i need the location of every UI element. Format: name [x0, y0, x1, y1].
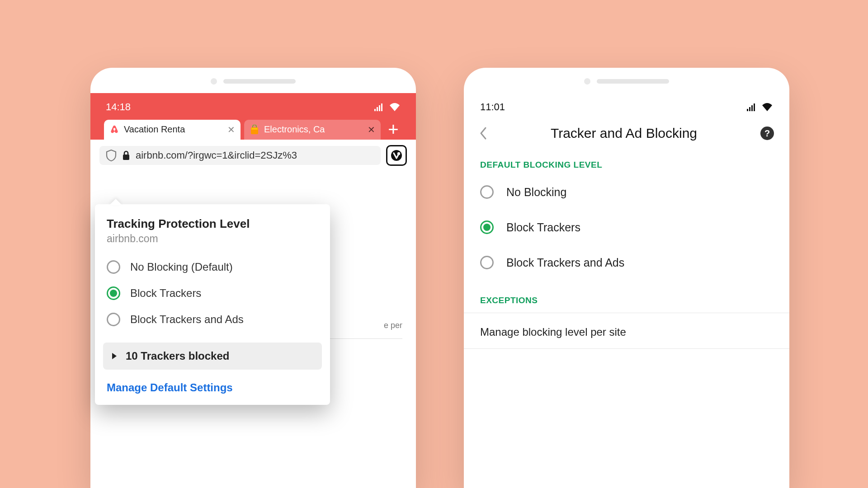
new-tab-button[interactable]: +: [384, 119, 402, 140]
radio-option-block-trackers[interactable]: Block Trackers: [95, 280, 330, 306]
svg-rect-3: [381, 103, 382, 111]
radio-icon: [480, 256, 494, 269]
signal-icon: [374, 103, 384, 111]
phone-right-mock: 11:01 Tracker and Ad Blocking ? DEFAULT …: [464, 68, 789, 488]
tab-title: Vacation Renta: [124, 124, 223, 135]
radio-icon: [107, 260, 120, 274]
radio-icon: [107, 313, 120, 326]
radio-option-no-blocking[interactable]: No Blocking (Default): [95, 254, 330, 280]
popup-title: Tracking Protection Level: [95, 217, 330, 233]
close-icon[interactable]: ✕: [368, 124, 375, 135]
tab-active[interactable]: Vacation Renta ✕: [104, 120, 241, 140]
shield-icon[interactable]: [106, 150, 117, 161]
trackers-blocked-row[interactable]: 10 Trackers blocked: [103, 343, 322, 370]
status-time: 11:01: [480, 101, 505, 113]
camera-dot: [211, 78, 217, 84]
radio-label: Block Trackers: [506, 221, 580, 234]
radio-icon: [107, 286, 120, 300]
tab-strip: Vacation Renta ✕ Electronics, Ca ✕ +: [104, 119, 402, 140]
radio-label: Block Trackers and Ads: [506, 256, 624, 269]
phone-top-hardware: [90, 76, 416, 87]
vivaldi-icon: [390, 149, 403, 162]
camera-dot: [584, 78, 590, 84]
tracking-protection-popup: Tracking Protection Level airbnb.com No …: [95, 204, 330, 405]
manage-default-settings-link[interactable]: Manage Default Settings: [95, 370, 330, 394]
manage-per-site-label: Manage blocking level per site: [480, 326, 626, 338]
wifi-icon: [389, 103, 401, 112]
wifi-icon: [761, 103, 773, 112]
status-icons: [747, 103, 773, 112]
status-bar: 11:01: [464, 93, 789, 119]
trackers-blocked-text: 10 Trackers blocked: [126, 350, 229, 362]
radio-option-block-trackers-ads[interactable]: Block Trackers and Ads: [464, 245, 789, 280]
radio-option-no-blocking[interactable]: No Blocking: [464, 174, 789, 210]
shopping-icon: [250, 125, 259, 135]
back-button[interactable]: [479, 127, 487, 140]
vivaldi-menu-button[interactable]: [386, 145, 407, 166]
manage-per-site-row[interactable]: Manage blocking level per site: [464, 316, 789, 349]
svg-rect-9: [747, 109, 748, 111]
section-label-default: DEFAULT BLOCKING LEVEL: [464, 154, 789, 174]
svg-rect-12: [754, 103, 755, 111]
svg-point-8: [397, 152, 400, 155]
page-title: Tracker and Ad Blocking: [487, 126, 760, 141]
svg-rect-5: [251, 128, 258, 130]
svg-rect-6: [123, 155, 129, 160]
radio-label: Block Trackers: [130, 287, 201, 300]
svg-rect-10: [749, 107, 750, 111]
chevron-left-icon: [479, 127, 487, 140]
browser-chrome: 14:18 Vacation Renta ✕ Electronics, Ca ✕: [90, 93, 416, 140]
phone-top-hardware: [464, 76, 789, 87]
close-icon[interactable]: ✕: [227, 124, 235, 135]
section-label-exceptions: EXCEPTIONS: [464, 289, 789, 310]
speaker-bar: [597, 79, 669, 84]
signal-icon: [747, 103, 757, 111]
radio-option-block-trackers[interactable]: Block Trackers: [464, 210, 789, 245]
tab-inactive[interactable]: Electronics, Ca ✕: [244, 120, 381, 140]
svg-rect-2: [379, 105, 380, 111]
status-bar: 14:18: [104, 97, 402, 119]
address-bar-row: airbnb.com/?irgwc=1&irclid=2SJz%3: [90, 140, 416, 166]
airbnb-icon: [109, 125, 119, 135]
radio-label: Block Trackers and Ads: [130, 313, 244, 326]
address-bar[interactable]: airbnb.com/?irgwc=1&irclid=2SJz%3: [99, 146, 381, 165]
radio-label: No Blocking: [506, 186, 566, 199]
popup-domain: airbnb.com: [95, 233, 330, 254]
svg-point-7: [391, 150, 402, 161]
status-icons: [374, 103, 401, 112]
settings-header: Tracker and Ad Blocking ?: [464, 119, 789, 154]
status-time: 14:18: [106, 101, 131, 113]
radio-label: No Blocking (Default): [130, 261, 233, 273]
url-text: airbnb.com/?irgwc=1&irclid=2SJz%3: [136, 150, 297, 161]
speaker-bar: [223, 79, 296, 84]
lock-icon: [122, 150, 130, 160]
svg-rect-1: [377, 107, 378, 111]
radio-icon: [480, 185, 494, 199]
svg-rect-11: [751, 105, 753, 111]
radio-icon: [480, 221, 494, 234]
svg-rect-0: [374, 109, 376, 111]
tab-title: Electronics, Ca: [264, 124, 363, 135]
radio-option-block-trackers-ads[interactable]: Block Trackers and Ads: [95, 306, 330, 333]
help-button[interactable]: ?: [760, 127, 774, 140]
triangle-right-icon: [111, 352, 118, 360]
